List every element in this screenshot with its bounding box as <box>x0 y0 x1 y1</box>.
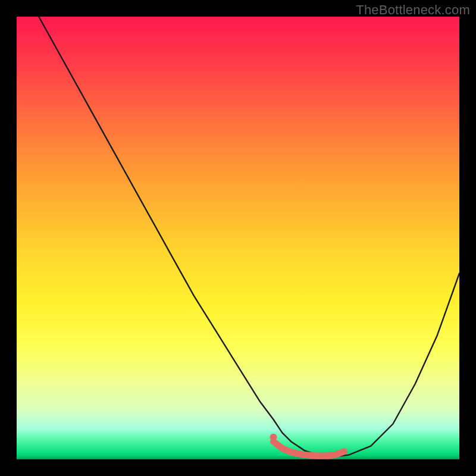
watermark-text: TheBottleneck.com <box>356 2 470 18</box>
optimal-range-highlight <box>274 441 345 456</box>
bottleneck-chart-svg <box>17 17 459 459</box>
chart-plot-area <box>17 17 459 459</box>
current-point-marker <box>270 434 277 441</box>
bottleneck-curve-path <box>39 17 459 457</box>
